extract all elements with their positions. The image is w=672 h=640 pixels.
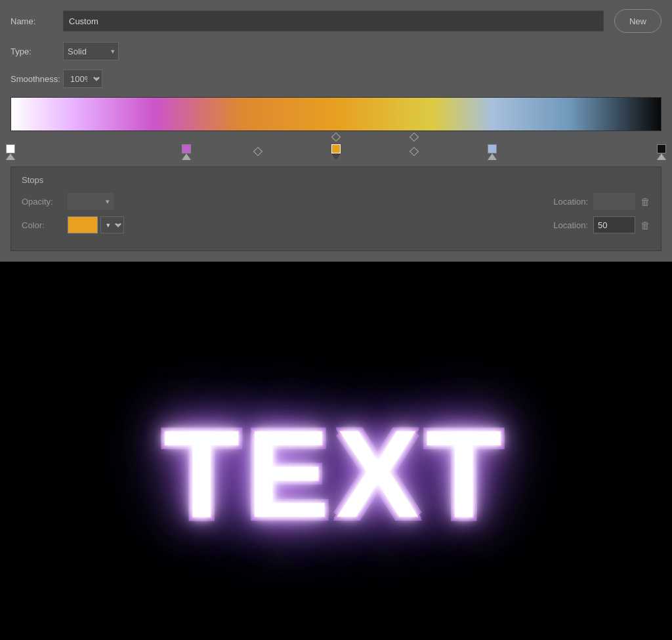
opacity-location-label: Location: <box>553 197 593 207</box>
opacity-label: Opacity: <box>22 197 68 207</box>
color-stop-swatch <box>488 144 497 153</box>
color-stop-swatch <box>657 144 666 153</box>
color-location-label: Location: <box>553 220 593 230</box>
stop-triangle <box>182 153 191 160</box>
name-label: Name: <box>10 16 63 26</box>
color-delete-button[interactable]: 🗑 <box>640 220 650 231</box>
stop-triangle-active <box>331 153 341 160</box>
smoothness-select[interactable]: 100% 75% 50% 25% 0% <box>63 70 102 88</box>
diamond-icon <box>253 147 262 156</box>
gradient-editor-panel: Name: New Type: Solid Linear Radial Angl… <box>0 0 672 262</box>
opacity-midpoint-1[interactable] <box>333 132 339 140</box>
gradient-bar[interactable] <box>10 97 662 131</box>
smoothness-select-wrapper[interactable]: 100% 75% 50% 25% 0% <box>63 70 102 88</box>
smoothness-label: Smoothness: <box>10 74 63 84</box>
type-row: Type: Solid Linear Radial Angle Reflecte… <box>10 42 662 60</box>
name-input[interactable] <box>63 10 604 31</box>
stop-triangle <box>6 153 15 160</box>
color-midpoint-2[interactable] <box>411 148 417 155</box>
color-stop-0[interactable] <box>6 143 15 160</box>
new-button[interactable]: New <box>614 9 662 33</box>
opacity-location-input[interactable] <box>593 193 635 210</box>
type-select-wrapper[interactable]: Solid Linear Radial Angle Reflected Diam… <box>63 42 119 60</box>
preview-text: TEXT <box>163 402 509 545</box>
color-stop-row: Color: ▾ Location: 50 🗑 <box>22 216 650 233</box>
color-stop-swatch-active <box>331 144 341 153</box>
color-stop-74[interactable] <box>488 143 497 160</box>
name-row: Name: New <box>10 9 662 33</box>
color-label: Color: <box>22 220 68 230</box>
diamond-icon <box>410 132 419 142</box>
diamond-icon <box>410 147 419 156</box>
diamond-icon <box>331 132 341 142</box>
color-dropdown-wrapper[interactable]: ▾ <box>98 216 124 233</box>
stop-triangle <box>657 153 666 160</box>
color-stop-swatch <box>6 144 15 153</box>
color-stop-100[interactable] <box>657 143 666 160</box>
opacity-input[interactable] <box>68 193 114 210</box>
opacity-input-wrapper[interactable] <box>68 193 114 210</box>
color-type-select[interactable]: ▾ <box>100 216 124 233</box>
stop-triangle <box>488 153 497 160</box>
preview-canvas: TEXT <box>0 262 672 640</box>
gradient-section: Stops Opacity: Location: 🗑 Color: ▾ <box>10 97 662 251</box>
opacity-stop-row: Opacity: Location: 🗑 <box>22 193 650 210</box>
color-stop-markers <box>10 146 662 160</box>
color-swatch[interactable] <box>68 216 98 233</box>
type-label: Type: <box>10 47 63 56</box>
smoothness-row: Smoothness: 100% 75% 50% 25% 0% <box>10 70 662 88</box>
type-select[interactable]: Solid Linear Radial Angle Reflected Diam… <box>63 42 119 60</box>
color-location-input[interactable]: 50 <box>593 216 635 233</box>
opacity-midpoint-2[interactable] <box>411 132 417 140</box>
color-midpoint-1[interactable] <box>255 148 261 155</box>
stops-title: Stops <box>22 175 650 185</box>
color-stop-27[interactable] <box>182 143 191 160</box>
opacity-delete-button[interactable]: 🗑 <box>640 196 650 207</box>
color-stop-swatch <box>182 144 191 153</box>
color-stop-50[interactable] <box>331 143 341 160</box>
stops-panel: Stops Opacity: Location: 🗑 Color: ▾ <box>10 167 662 251</box>
